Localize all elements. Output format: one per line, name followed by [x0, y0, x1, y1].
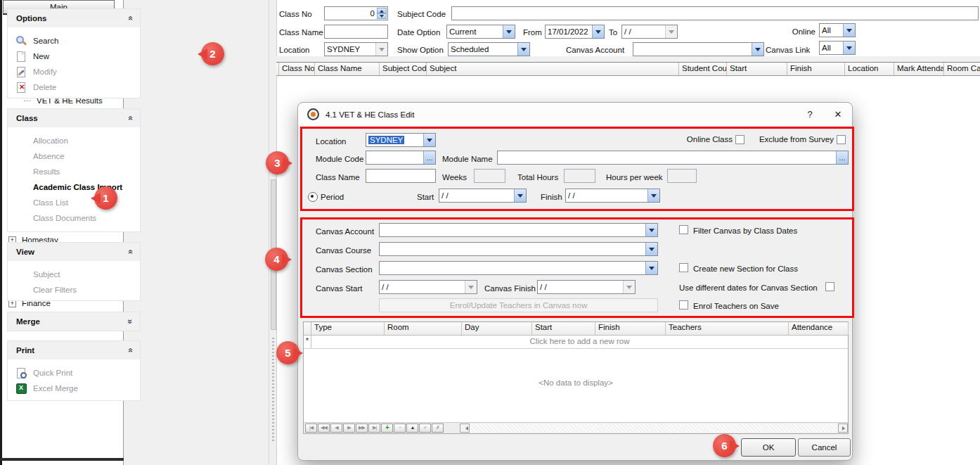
- browse-ellipsis-icon[interactable]: …: [423, 151, 435, 164]
- scroll-right-icon[interactable]: [838, 423, 848, 433]
- chevron-down-icon[interactable]: [517, 43, 529, 56]
- chevron-down-icon[interactable]: [375, 43, 387, 56]
- filter-canvas-dates-checkbox[interactable]: [679, 225, 688, 234]
- panel-item[interactable]: Class Documents: [8, 210, 140, 226]
- expand-chevron-icon[interactable]: [128, 317, 133, 326]
- ok-button[interactable]: OK: [741, 438, 796, 457]
- grid-nav-button[interactable]: ▶|: [368, 423, 380, 433]
- module-name-input[interactable]: …: [497, 151, 849, 165]
- class-header[interactable]: Class: [8, 109, 140, 127]
- grid-column-header[interactable]: Attendance: [789, 322, 849, 335]
- panel-item[interactable]: Quick Print: [8, 365, 140, 381]
- spin-up-icon[interactable]: [377, 8, 387, 13]
- chevron-down-icon[interactable]: [843, 42, 855, 54]
- collapse-chevron-icon[interactable]: [128, 345, 133, 355]
- grid-nav-button[interactable]: ▶: [343, 423, 355, 433]
- results-column-header[interactable]: Mark Attendan: [894, 63, 944, 75]
- panel-item[interactable]: New: [8, 49, 140, 64]
- panel-item[interactable]: Search: [8, 33, 140, 49]
- chevron-down-icon[interactable]: [514, 189, 526, 202]
- grid-column-header[interactable]: Room: [385, 322, 462, 335]
- dlg-finish-date-select[interactable]: / /: [565, 189, 660, 203]
- results-column-header[interactable]: Finish: [787, 63, 845, 75]
- panel-item[interactable]: Results: [8, 164, 140, 179]
- collapse-chevron-icon[interactable]: [128, 13, 133, 23]
- from-date-select[interactable]: 17/01/2022: [545, 25, 605, 39]
- canvas-account-dlg-select[interactable]: [379, 223, 658, 237]
- results-column-header[interactable]: Location: [845, 63, 894, 75]
- chevron-down-icon[interactable]: [645, 224, 657, 236]
- results-column-header[interactable]: Class No: [279, 63, 315, 75]
- canvas-section-select[interactable]: [379, 261, 658, 275]
- chevron-down-icon[interactable]: [465, 281, 477, 293]
- grid-nav-button[interactable]: |◀: [305, 423, 317, 433]
- class-name-input[interactable]: [324, 25, 388, 39]
- grid-nav-button[interactable]: −: [394, 423, 406, 433]
- enrol-teachers-button[interactable]: Enrol/Update Teachers in Canvas now: [379, 298, 658, 312]
- grid-nav-button[interactable]: ◀◀: [318, 423, 330, 433]
- panel-item[interactable]: Excel Merge: [8, 381, 140, 396]
- print-header[interactable]: Print: [8, 341, 140, 359]
- panel-item[interactable]: Class List: [8, 195, 140, 210]
- grid-nav-button[interactable]: ✓: [419, 423, 431, 433]
- spin-down-icon[interactable]: [377, 13, 387, 19]
- collapse-chevron-icon[interactable]: [128, 247, 133, 257]
- panel-item[interactable]: Allocation: [8, 133, 140, 148]
- help-button[interactable]: ?: [796, 103, 824, 126]
- results-column-header[interactable]: Room Cap: [944, 63, 980, 75]
- results-column-header[interactable]: Class Name: [315, 63, 380, 75]
- splitter-thumb[interactable]: [271, 179, 276, 330]
- merge-header[interactable]: Merge: [8, 312, 140, 331]
- close-button[interactable]: ✕: [824, 103, 852, 126]
- results-column-header[interactable]: Start: [727, 63, 787, 75]
- grid-horizontal-scrollbar[interactable]: [460, 423, 848, 433]
- grid-add-row[interactable]: * Click here to add a new row: [304, 336, 848, 349]
- canvas-account-select[interactable]: [633, 42, 764, 56]
- panel-item[interactable]: Subject: [8, 267, 140, 282]
- to-date-select[interactable]: / /: [621, 25, 678, 39]
- chevron-down-icon[interactable]: [645, 262, 657, 274]
- panel-item[interactable]: Delete: [8, 79, 140, 95]
- panel-item[interactable]: Absence: [8, 148, 140, 164]
- grid-nav-button[interactable]: ▲: [406, 423, 418, 433]
- results-column-header[interactable]: Subject Code: [380, 63, 427, 75]
- canvas-course-select[interactable]: [379, 242, 658, 256]
- class-no-spinner[interactable]: 0: [324, 6, 388, 20]
- online-class-checkbox[interactable]: [735, 135, 744, 144]
- chevron-down-icon[interactable]: [665, 25, 677, 38]
- chevron-down-icon[interactable]: [423, 134, 435, 146]
- exclude-survey-checkbox[interactable]: [837, 135, 846, 144]
- different-dates-checkbox[interactable]: [825, 282, 834, 291]
- canvas-start-select[interactable]: / /: [379, 280, 477, 294]
- canvas-finish-select[interactable]: / /: [537, 280, 636, 294]
- period-radio[interactable]: [308, 192, 318, 202]
- grid-column-header[interactable]: Type: [311, 322, 385, 335]
- collapse-chevron-icon[interactable]: [128, 113, 133, 123]
- create-section-checkbox[interactable]: [679, 263, 688, 272]
- scrollbar-track[interactable]: [470, 423, 838, 433]
- results-column-header[interactable]: Student Coun: [679, 63, 727, 75]
- chevron-down-icon[interactable]: [752, 43, 763, 56]
- tree-toggle-icon[interactable]: [24, 101, 31, 101]
- panel-item[interactable]: Clear Filters: [8, 282, 140, 298]
- grid-nav-button[interactable]: +: [381, 423, 393, 433]
- add-row-text[interactable]: Click here to add a new row: [311, 336, 848, 348]
- chevron-down-icon[interactable]: [645, 243, 657, 255]
- dlg-class-name-input[interactable]: [366, 169, 436, 183]
- chevron-down-icon[interactable]: [623, 281, 635, 293]
- grid-column-header[interactable]: Finish: [595, 322, 666, 335]
- subject-code-input[interactable]: [451, 6, 979, 20]
- show-option-select[interactable]: Scheduled: [448, 42, 530, 56]
- chevron-down-icon[interactable]: [503, 25, 515, 38]
- scroll-left-icon[interactable]: [460, 423, 470, 433]
- grid-nav-button[interactable]: ✗: [432, 423, 444, 433]
- online-select[interactable]: All: [819, 23, 856, 37]
- grid-nav-button[interactable]: ◀: [330, 423, 342, 433]
- grid-column-header[interactable]: Start: [532, 322, 595, 335]
- options-header[interactable]: Options: [8, 9, 140, 27]
- canvas-link-select[interactable]: All: [819, 41, 856, 55]
- view-header[interactable]: View: [8, 243, 140, 261]
- grid-column-header[interactable]: Teachers: [666, 322, 789, 335]
- date-option-select[interactable]: Current: [446, 25, 515, 39]
- enrol-on-save-checkbox[interactable]: [679, 300, 688, 310]
